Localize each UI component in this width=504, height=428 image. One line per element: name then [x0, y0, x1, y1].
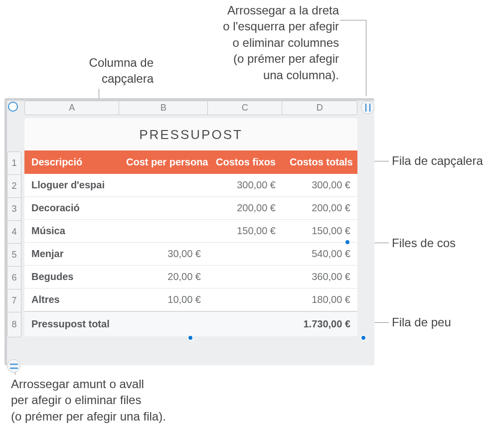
table-row: Música150,00 €150,00 €	[24, 220, 357, 243]
data-cell[interactable]: Decoració	[24, 197, 119, 220]
selection-handle[interactable]	[360, 335, 366, 341]
column-header[interactable]: D	[282, 101, 357, 115]
spreadsheet-frame: ABCD 12345678 PRESSUPOST DescripcióCost …	[4, 98, 374, 365]
column-heading-cell[interactable]: Costos fixos	[208, 150, 283, 174]
data-cell[interactable]	[119, 174, 208, 197]
data-cell[interactable]	[208, 266, 283, 288]
add-row-handle[interactable]	[7, 359, 20, 373]
column-header[interactable]: C	[208, 101, 283, 115]
data-cell[interactable]: 360,00 €	[283, 266, 357, 288]
data-cell[interactable]: Begudes	[24, 266, 119, 288]
select-all-handle[interactable]	[8, 102, 18, 112]
row-header[interactable]: 6	[7, 267, 21, 289]
callout-body-rows: Files de cos	[392, 235, 456, 251]
data-cell[interactable]: 200,00 €	[283, 197, 357, 220]
data-cell[interactable]: 300,00 €	[283, 174, 357, 197]
drag-rows-icon	[10, 363, 18, 369]
callout-add-row: Arrossegar amunt o avall per afegir o el…	[11, 376, 210, 425]
selection-handle[interactable]	[187, 335, 193, 341]
selection-handle[interactable]	[344, 239, 350, 245]
table-row: Begudes20,00 €360,00 €	[24, 266, 357, 288]
column-header-bar: ABCD	[24, 101, 357, 115]
data-cell[interactable]: 200,00 €	[208, 197, 283, 220]
data-cell[interactable]: Lloguer d'espai	[24, 174, 119, 197]
table-row: Lloguer d'espai300,00 €300,00 €	[24, 174, 357, 197]
table-header-row: DescripcióCost per personaCostos fixosCo…	[24, 150, 357, 174]
callout-header-column: Columna de capçalera	[44, 55, 154, 87]
callout-footer-row: Fila de peu	[392, 314, 451, 330]
column-header[interactable]: A	[25, 101, 119, 115]
row-header[interactable]: 1	[7, 152, 21, 175]
leader-line	[366, 20, 366, 96]
data-cell[interactable]: 30,00 €	[119, 243, 208, 266]
data-cell[interactable]: Música	[24, 220, 119, 243]
row-header-bar: 12345678	[7, 151, 21, 337]
column-heading-cell[interactable]: Costos totals	[283, 150, 357, 174]
row-header[interactable]: 8	[7, 312, 21, 337]
data-cell[interactable]: 540,00 €	[283, 243, 357, 266]
footer-cell[interactable]	[119, 311, 208, 336]
row-header[interactable]: 3	[7, 198, 21, 221]
table-footer-row: Pressupost total1.730,00 €	[24, 311, 357, 336]
table-row: Menjar30,00 €540,00 €	[24, 243, 357, 266]
data-cell[interactable]: 150,00 €	[208, 220, 283, 243]
data-cell[interactable]: Altres	[24, 288, 119, 312]
callout-add-column: Arrossegar a la dreta o l'esquerra per a…	[199, 2, 339, 83]
data-cell[interactable]: 300,00 €	[208, 174, 283, 197]
drag-columns-icon	[365, 104, 371, 112]
column-heading-cell[interactable]: Cost per persona	[119, 150, 208, 174]
row-header[interactable]: 7	[7, 289, 21, 312]
footer-cell[interactable]: Pressupost total	[24, 311, 119, 336]
data-cell[interactable]	[208, 243, 283, 266]
budget-table: PRESSUPOST DescripcióCost per personaCos…	[24, 118, 357, 336]
row-header[interactable]: 5	[7, 244, 21, 267]
footer-cell[interactable]: 1.730,00 €	[283, 311, 357, 336]
data-cell[interactable]: 180,00 €	[283, 288, 357, 312]
row-header[interactable]: 2	[7, 175, 21, 198]
data-cell[interactable]: Menjar	[24, 243, 119, 266]
data-cell[interactable]: 20,00 €	[119, 266, 208, 288]
column-header[interactable]: B	[119, 101, 207, 115]
leader-line	[340, 20, 366, 20]
table-title: PRESSUPOST	[24, 118, 357, 150]
data-cell[interactable]	[208, 288, 283, 312]
data-cell[interactable]: 10,00 €	[119, 288, 208, 312]
table-row: Altres10,00 €180,00 €	[24, 288, 357, 312]
add-column-handle[interactable]	[361, 101, 374, 114]
data-cell[interactable]	[119, 197, 208, 220]
table-grid[interactable]: DescripcióCost per personaCostos fixosCo…	[24, 150, 357, 336]
footer-cell[interactable]	[208, 311, 283, 336]
row-header[interactable]: 4	[7, 221, 21, 244]
data-cell[interactable]	[119, 220, 208, 243]
column-heading-cell[interactable]: Descripció	[24, 150, 119, 174]
callout-header-row: Fila de capçalera	[392, 153, 483, 169]
table-row: Decoració200,00 €200,00 €	[24, 197, 357, 220]
